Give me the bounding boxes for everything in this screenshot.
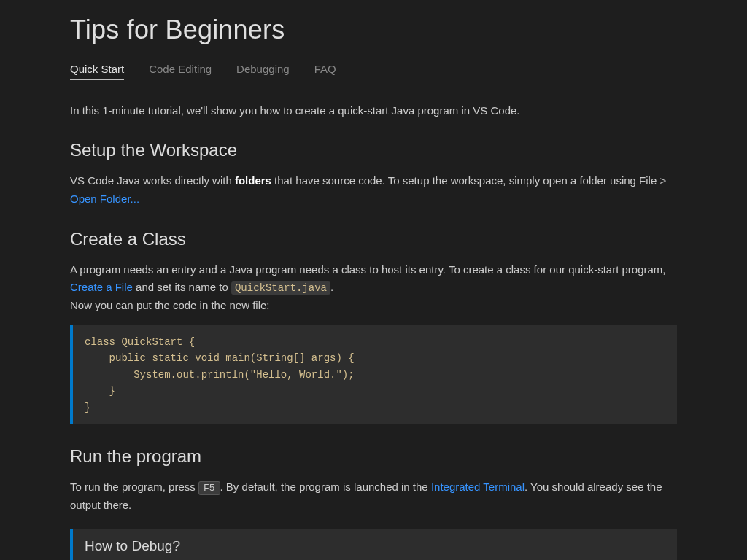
text-fragment: . By default, the program is launched in… bbox=[220, 481, 431, 493]
page-title: Tips for Beginners bbox=[70, 15, 677, 45]
tab-debugging[interactable]: Debugging bbox=[236, 63, 290, 80]
text-fragment: A program needs an entry and a Java prog… bbox=[70, 263, 666, 276]
text-fragment: that have source code. To setup the work… bbox=[271, 174, 666, 187]
section-workspace-body: VS Code Java works directly with folders… bbox=[70, 172, 677, 209]
tab-quick-start[interactable]: Quick Start bbox=[70, 63, 124, 80]
code-block-quickstart: class QuickStart { public static void ma… bbox=[70, 325, 677, 424]
link-create-file[interactable]: Create a File bbox=[70, 281, 133, 293]
text-fragment: and set its name to bbox=[133, 281, 231, 293]
heading-setup-workspace: Setup the Workspace bbox=[70, 140, 677, 160]
section-run-body: To run the program, press F5. By default… bbox=[70, 478, 677, 515]
inline-code-filename: QuickStart.java bbox=[231, 281, 330, 295]
bold-folders: folders bbox=[235, 174, 271, 187]
text-fragment: To run the program, press bbox=[70, 481, 198, 493]
key-f5: F5 bbox=[198, 481, 220, 495]
text-fragment: Now you can put the code in the new file… bbox=[70, 299, 270, 311]
section-create-class-body: A program needs an entry and a Java prog… bbox=[70, 261, 677, 316]
link-integrated-terminal[interactable]: Integrated Terminal bbox=[431, 481, 525, 493]
callout-how-to-debug: How to Debug? When you press F5, you are… bbox=[70, 529, 677, 560]
text-fragment: . bbox=[330, 281, 333, 293]
tab-code-editing[interactable]: Code Editing bbox=[149, 63, 212, 80]
tabs: Quick Start Code Editing Debugging FAQ bbox=[70, 63, 677, 80]
link-open-folder[interactable]: Open Folder... bbox=[70, 192, 139, 205]
heading-run-program: Run the program bbox=[70, 446, 677, 467]
callout-title: How to Debug? bbox=[85, 538, 665, 554]
tab-faq[interactable]: FAQ bbox=[314, 63, 336, 80]
text-fragment: VS Code Java works directly with bbox=[70, 174, 235, 187]
intro-text: In this 1-minute tutorial, we'll show yo… bbox=[70, 102, 677, 120]
heading-create-class: Create a Class bbox=[70, 229, 677, 249]
